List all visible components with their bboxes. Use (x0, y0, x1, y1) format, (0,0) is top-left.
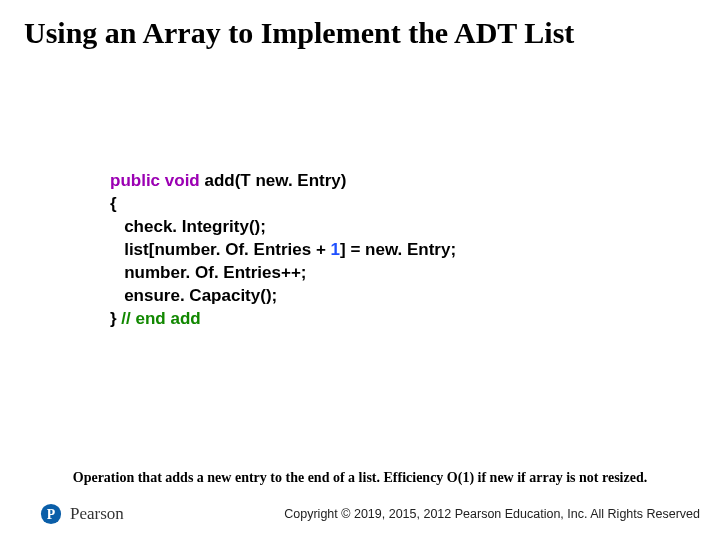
footer: P Pearson Copyright © 2019, 2015, 2012 P… (0, 500, 720, 528)
slide-title: Using an Array to Implement the ADT List (0, 0, 720, 50)
code-line-3: number. Of. Entries++; (110, 262, 456, 285)
signature-rest: add(T new. Entry) (200, 171, 347, 190)
keyword-void: void (165, 171, 200, 190)
code-line-2: list[number. Of. Entries + 1] = new. Ent… (110, 239, 456, 262)
copyright-text: Copyright © 2019, 2015, 2012 Pearson Edu… (284, 507, 700, 521)
pearson-logo-icon: P (40, 503, 62, 525)
end-comment: // end add (121, 309, 200, 328)
code-line-open-brace: { (110, 193, 456, 216)
caption-text: Operation that adds a new entry to the e… (0, 470, 720, 486)
svg-text:P: P (47, 507, 56, 522)
code-line-2a: list[number. Of. Entries + (110, 240, 331, 259)
code-block: public void add(T new. Entry) { check. I… (110, 170, 456, 331)
keyword-public: public (110, 171, 160, 190)
code-line-2b: ] = new. Entry; (340, 240, 456, 259)
brand-name: Pearson (70, 504, 124, 524)
brand: P Pearson (40, 503, 124, 525)
code-line-signature: public void add(T new. Entry) (110, 170, 456, 193)
numeric-literal: 1 (331, 240, 340, 259)
close-brace: } (110, 309, 121, 328)
code-line-1: check. Integrity(); (110, 216, 456, 239)
code-line-close: } // end add (110, 308, 456, 331)
code-line-4: ensure. Capacity(); (110, 285, 456, 308)
